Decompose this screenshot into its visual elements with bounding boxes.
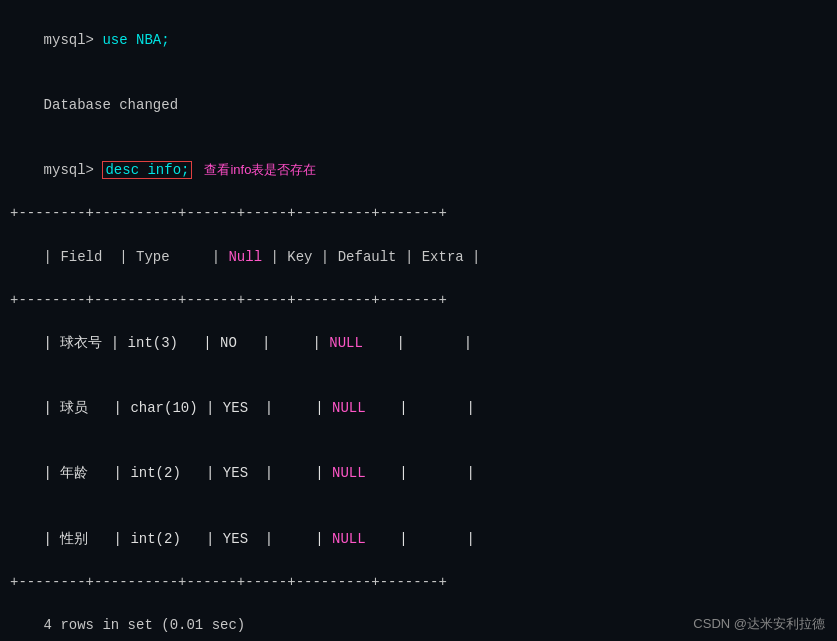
table-border-top: +--------+----------+------+-----+------… [10, 203, 827, 225]
terminal: mysql> use NBA; Database changed mysql> … [0, 0, 837, 641]
table-header: | Field | Type | Null | Key | Default | … [10, 225, 827, 290]
line-use-nba: mysql> use NBA; [10, 8, 827, 73]
annotation-desc-info: 查看info表是否存在 [204, 162, 316, 177]
table-row-1: | 球衣号 | int(3) | NO | | NULL | | [10, 312, 827, 377]
table-row-3: | 年龄 | int(2) | YES | | NULL | | [10, 442, 827, 507]
cmd-desc-info-1: desc info; [102, 161, 192, 179]
cmd-use-nba: use NBA; [102, 32, 169, 48]
watermark: CSDN @达米安利拉德 [693, 615, 825, 633]
table-row-2: | 球员 | char(10) | YES | | NULL | | [10, 377, 827, 442]
prompt: mysql> [44, 32, 103, 48]
table-border-bottom: +--------+----------+------+-----+------… [10, 572, 827, 594]
table-border-mid: +--------+----------+------+-----+------… [10, 290, 827, 312]
line-desc-info-1: mysql> desc info;查看info表是否存在 [10, 138, 827, 203]
db-changed-text: Database changed [44, 97, 178, 113]
table-row-4: | 性别 | int(2) | YES | | NULL | | [10, 507, 827, 572]
line-db-changed: Database changed [10, 73, 827, 138]
